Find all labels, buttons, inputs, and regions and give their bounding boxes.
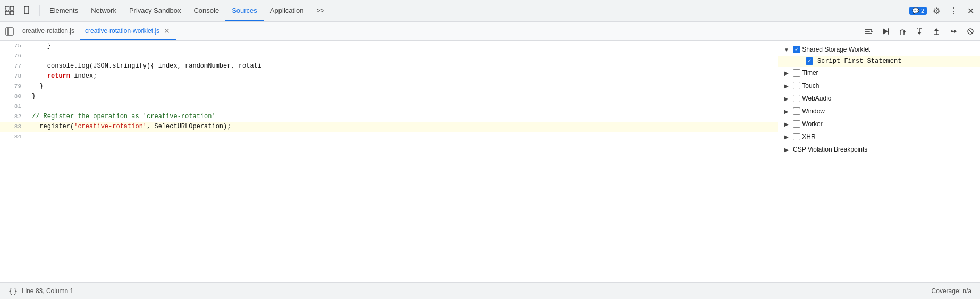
coverage-status: Coverage: n/a: [932, 287, 971, 295]
line-content-76: [26, 51, 778, 61]
code-line-80: 80 }: [0, 92, 778, 102]
line-num-84: 84: [0, 132, 26, 142]
svg-rect-3: [10, 11, 14, 15]
section-header-webaudio[interactable]: ▶ WebAudio: [778, 92, 980, 105]
code-line-79: 79 }: [0, 81, 778, 92]
tab-privacy-sandbox[interactable]: Privacy Sandbox: [123, 0, 188, 21]
chevron-shared-storage-worklet: ▼: [782, 45, 791, 54]
svg-line-28: [968, 29, 973, 34]
deactivate-breakpoints-button[interactable]: [963, 24, 978, 39]
line-content-83: register('creative-rotation', SelectURLO…: [26, 122, 778, 132]
checkbox-touch[interactable]: [793, 82, 800, 89]
file-tab-close-button[interactable]: ✕: [163, 27, 171, 35]
sidebar-toggle-button[interactable]: [2, 24, 17, 39]
line-num-76: 76: [0, 51, 26, 61]
svg-rect-13: [888, 28, 889, 35]
step-into-button[interactable]: [912, 24, 927, 39]
breakpoint-item-script-first-statement[interactable]: Script First Statement: [778, 56, 980, 67]
section-label-timer: Timer: [802, 69, 818, 77]
checkbox-xhr[interactable]: [793, 133, 800, 140]
devtools-mobile-icon[interactable]: [19, 3, 34, 18]
settings-button[interactable]: ⚙: [929, 3, 944, 18]
chat-badge[interactable]: 💬 2: [909, 7, 927, 15]
section-label-touch: Touch: [802, 82, 819, 89]
checkbox-script-first-statement[interactable]: [806, 57, 813, 65]
line-num-80: 80: [0, 92, 26, 102]
section-label-webaudio: WebAudio: [802, 95, 831, 102]
code-line-82: 82 // Register the operation as 'creativ…: [0, 112, 778, 122]
file-tab-label: creative-rotation.js: [22, 27, 74, 35]
format-button[interactable]: [861, 24, 876, 39]
main-area: 75 } 76 77 console.log(JSON.stringify({ …: [0, 41, 980, 282]
section-label-worker: Worker: [802, 120, 822, 128]
section-header-window[interactable]: ▶ Window: [778, 105, 980, 118]
chat-icon: 💬: [912, 7, 919, 14]
section-label-xhr: XHR: [802, 133, 815, 140]
line-num-83: 83: [0, 122, 26, 132]
line-content-84: [26, 132, 778, 142]
svg-rect-0: [5, 6, 9, 10]
chevron-timer: ▶: [782, 69, 791, 77]
chevron-worker: ▶: [782, 120, 791, 128]
svg-marker-25: [954, 30, 957, 33]
code-editor[interactable]: 75 } 76 77 console.log(JSON.stringify({ …: [0, 41, 778, 282]
section-header-timer[interactable]: ▶ Timer: [778, 67, 980, 79]
code-line-83: 83 register('creative-rotation', SelectU…: [0, 122, 778, 132]
checkbox-webaudio[interactable]: [793, 95, 800, 102]
step-button[interactable]: [946, 24, 961, 39]
line-content-81: [26, 102, 778, 112]
chevron-xhr: ▶: [782, 132, 791, 141]
close-button[interactable]: ✕: [963, 3, 978, 18]
section-header-worker[interactable]: ▶ Worker: [778, 118, 980, 130]
checkbox-worker[interactable]: [793, 120, 800, 128]
checkbox-window[interactable]: [793, 107, 800, 115]
tab-more[interactable]: >>: [310, 0, 331, 21]
step-over-button[interactable]: [895, 24, 910, 39]
code-line-75: 75 }: [0, 41, 778, 51]
section-header-touch[interactable]: ▶ Touch: [778, 79, 980, 92]
tab-console[interactable]: Console: [187, 0, 225, 21]
svg-rect-6: [6, 28, 13, 35]
line-content-79: }: [26, 81, 778, 92]
section-header-xhr[interactable]: ▶ XHR: [778, 130, 980, 143]
line-num-81: 81: [0, 102, 26, 112]
line-content-80: }: [26, 92, 778, 102]
tab-network[interactable]: Network: [85, 0, 123, 21]
chevron-window: ▶: [782, 107, 791, 115]
line-num-75: 75: [0, 41, 26, 51]
line-num-78: 78: [0, 71, 26, 81]
devtools-selector-icon[interactable]: [2, 3, 17, 18]
svg-marker-12: [883, 28, 888, 35]
tab-sources[interactable]: Sources: [225, 0, 264, 21]
main-tab-nav: Elements Network Privacy Sandbox Console…: [43, 0, 908, 21]
file-tab-creative-rotation-worklet-js[interactable]: creative-rotation-worklet.js ✕: [80, 22, 176, 40]
line-content-77: console.log(JSON.stringify({ index, rand…: [26, 61, 778, 71]
step-out-button[interactable]: [929, 24, 944, 39]
more-options-button[interactable]: ⋮: [946, 3, 961, 18]
file-tab-creative-rotation-js[interactable]: creative-rotation.js: [17, 22, 80, 40]
code-line-76: 76: [0, 51, 778, 61]
tab-elements[interactable]: Elements: [43, 0, 85, 21]
section-header-shared-storage-worklet[interactable]: ▼ Shared Storage Worklet: [778, 43, 980, 56]
tab-application[interactable]: Application: [264, 0, 310, 21]
checkbox-timer[interactable]: [793, 69, 800, 77]
breakpoint-label-script-first-statement: Script First Statement: [817, 57, 901, 65]
chat-count: 2: [921, 7, 924, 14]
checkbox-shared-storage-worklet[interactable]: [793, 46, 800, 53]
svg-rect-2: [5, 11, 9, 15]
devtools-toolbar: Elements Network Privacy Sandbox Console…: [0, 0, 980, 22]
section-label-window: Window: [802, 107, 825, 115]
section-label-csp-violation: CSP Violation Breakpoints: [793, 146, 867, 153]
code-line-78: 78 return index;: [0, 71, 778, 81]
line-content-75: }: [26, 41, 778, 51]
code-line-84: 84: [0, 132, 778, 142]
right-panel: ▼ Shared Storage Worklet Script First St…: [778, 41, 980, 282]
chevron-csp-violation: ▶: [782, 145, 791, 154]
cursor-position: Line 83, Column 1: [22, 287, 73, 295]
chevron-touch: ▶: [782, 81, 791, 90]
devtools-icon-group: [2, 3, 34, 18]
resume-button[interactable]: [878, 24, 893, 39]
code-lines: 75 } 76 77 console.log(JSON.stringify({ …: [0, 41, 778, 142]
section-header-csp-violation[interactable]: ▶ CSP Violation Breakpoints: [778, 143, 980, 156]
curly-braces-icon[interactable]: {}: [9, 287, 18, 295]
